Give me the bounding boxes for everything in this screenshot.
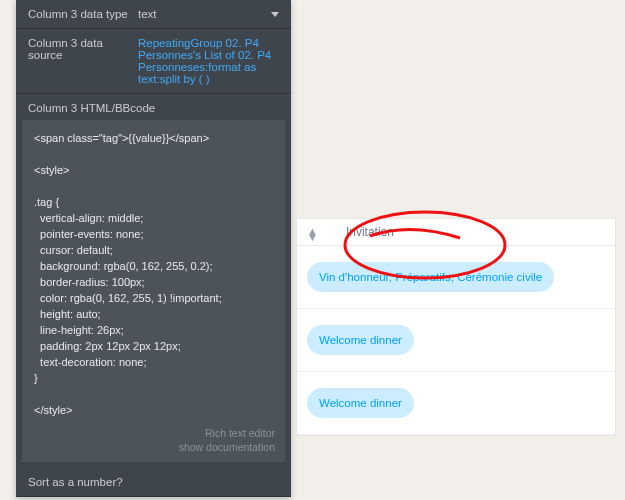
code-footer-links: Rich text editor show documentation [22,422,285,462]
table-preview: ▲▼ Invitation Vin d'honneur, Préparatifs… [296,218,616,436]
field-label: Column 3 data type [28,8,138,20]
table-header-row: ▲▼ Invitation [297,219,615,246]
col3-data-source-value: RepeatingGroup 02. P4 Personnes's List o… [138,37,279,85]
chevron-down-icon [271,12,279,17]
col3-data-source-row[interactable]: Column 3 data source RepeatingGroup 02. … [16,29,291,94]
tag-pill: Welcome dinner [307,325,414,355]
field-label: Sort as a number? [28,476,279,488]
column-header-invitation: Invitation [346,225,394,239]
tag-pill: Vin d'honneur, Préparatifs, Cérémonie ci… [307,262,554,292]
col3-html-heading: Column 3 HTML/BBcode [16,94,291,120]
tag-pill: Welcome dinner [307,388,414,418]
col3-data-type-row[interactable]: Column 3 data type text [16,0,291,29]
show-documentation-link[interactable]: show documentation [32,440,275,454]
table-row: Welcome dinner [297,309,615,372]
col3-data-type-value: text [138,8,157,20]
table-row: Welcome dinner [297,372,615,435]
sort-as-number-row[interactable]: Sort as a number? [16,468,291,497]
field-label: Column 3 data source [28,37,138,61]
sort-icon[interactable]: ▲▼ [307,226,318,238]
table-row: Vin d'honneur, Préparatifs, Cérémonie ci… [297,246,615,309]
html-bbcode-editor[interactable]: <span class="tag">{{value}}</span> <styl… [22,120,285,422]
rich-text-editor-link[interactable]: Rich text editor [32,426,275,440]
property-panel: Column 3 data type text Column 3 data so… [16,0,291,497]
